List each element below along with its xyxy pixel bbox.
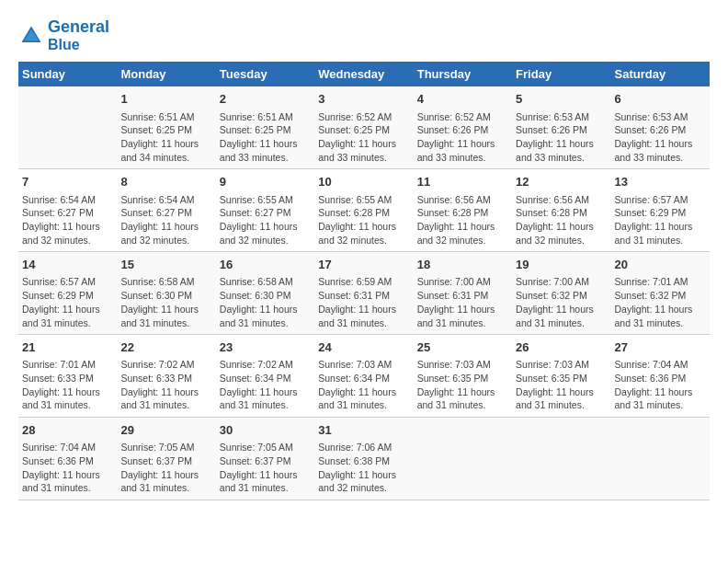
calendar-cell: 23Sunrise: 7:02 AM Sunset: 6:34 PM Dayli… [216, 335, 314, 418]
day-number: 23 [220, 339, 311, 356]
day-info: Sunrise: 6:57 AM Sunset: 6:29 PM Dayligh… [615, 193, 706, 247]
day-info: Sunrise: 6:56 AM Sunset: 6:28 PM Dayligh… [417, 193, 508, 247]
day-info: Sunrise: 7:05 AM Sunset: 6:37 PM Dayligh… [120, 441, 211, 495]
day-info: Sunrise: 7:03 AM Sunset: 6:35 PM Dayligh… [516, 358, 607, 412]
day-info: Sunrise: 6:58 AM Sunset: 6:30 PM Dayligh… [120, 275, 211, 329]
day-info: Sunrise: 7:00 AM Sunset: 6:32 PM Dayligh… [516, 275, 607, 329]
day-number: 7 [22, 174, 113, 190]
header-cell-sunday: Sunday [18, 62, 117, 86]
calendar-cell [512, 418, 610, 500]
calendar-cell: 4Sunrise: 6:52 AM Sunset: 6:26 PM Daylig… [414, 86, 512, 168]
week-row-5: 28Sunrise: 7:04 AM Sunset: 6:36 PM Dayli… [18, 418, 710, 500]
calendar-cell: 9Sunrise: 6:55 AM Sunset: 6:27 PM Daylig… [216, 169, 314, 252]
week-row-2: 7Sunrise: 6:54 AM Sunset: 6:27 PM Daylig… [18, 169, 710, 252]
day-number: 21 [22, 339, 113, 356]
day-info: Sunrise: 7:01 AM Sunset: 6:32 PM Dayligh… [615, 275, 706, 329]
header-cell-saturday: Saturday [611, 62, 710, 86]
calendar-cell: 29Sunrise: 7:05 AM Sunset: 6:37 PM Dayli… [117, 418, 215, 500]
day-info: Sunrise: 6:54 AM Sunset: 6:27 PM Dayligh… [22, 193, 113, 247]
logo: General Blue [18, 18, 109, 52]
week-row-3: 14Sunrise: 6:57 AM Sunset: 6:29 PM Dayli… [18, 252, 710, 335]
calendar-cell: 5Sunrise: 6:53 AM Sunset: 6:26 PM Daylig… [512, 86, 610, 168]
calendar-cell: 21Sunrise: 7:01 AM Sunset: 6:33 PM Dayli… [18, 335, 117, 418]
day-number: 3 [318, 91, 409, 108]
day-info: Sunrise: 6:54 AM Sunset: 6:27 PM Dayligh… [120, 193, 211, 247]
calendar-cell: 27Sunrise: 7:04 AM Sunset: 6:36 PM Dayli… [611, 335, 710, 418]
day-info: Sunrise: 6:58 AM Sunset: 6:30 PM Dayligh… [220, 275, 311, 329]
day-info: Sunrise: 6:57 AM Sunset: 6:29 PM Dayligh… [22, 275, 113, 329]
calendar-cell [18, 86, 117, 168]
calendar-cell: 8Sunrise: 6:54 AM Sunset: 6:27 PM Daylig… [117, 169, 215, 252]
calendar-cell: 2Sunrise: 6:51 AM Sunset: 6:25 PM Daylig… [216, 86, 314, 168]
day-info: Sunrise: 7:03 AM Sunset: 6:35 PM Dayligh… [417, 358, 508, 412]
day-info: Sunrise: 6:53 AM Sunset: 6:26 PM Dayligh… [615, 110, 706, 165]
day-number: 13 [615, 174, 706, 190]
calendar-cell: 11Sunrise: 6:56 AM Sunset: 6:28 PM Dayli… [414, 169, 512, 252]
day-number: 5 [516, 91, 607, 108]
calendar-cell: 14Sunrise: 6:57 AM Sunset: 6:29 PM Dayli… [18, 252, 117, 335]
day-info: Sunrise: 7:02 AM Sunset: 6:34 PM Dayligh… [220, 358, 311, 412]
calendar-cell: 3Sunrise: 6:52 AM Sunset: 6:25 PM Daylig… [314, 86, 413, 168]
header-cell-thursday: Thursday [414, 62, 512, 86]
day-info: Sunrise: 7:03 AM Sunset: 6:34 PM Dayligh… [318, 358, 409, 412]
day-number: 8 [120, 174, 211, 190]
calendar-cell: 30Sunrise: 7:05 AM Sunset: 6:37 PM Dayli… [216, 418, 314, 500]
calendar-cell: 31Sunrise: 7:06 AM Sunset: 6:38 PM Dayli… [314, 418, 413, 500]
calendar-cell: 28Sunrise: 7:04 AM Sunset: 6:36 PM Dayli… [18, 418, 117, 500]
day-number: 20 [615, 257, 706, 273]
week-row-4: 21Sunrise: 7:01 AM Sunset: 6:33 PM Dayli… [18, 335, 710, 418]
day-number: 24 [318, 339, 409, 356]
day-info: Sunrise: 7:02 AM Sunset: 6:33 PM Dayligh… [120, 358, 211, 412]
calendar-cell: 26Sunrise: 7:03 AM Sunset: 6:35 PM Dayli… [512, 335, 610, 418]
day-info: Sunrise: 6:55 AM Sunset: 6:28 PM Dayligh… [318, 193, 409, 247]
day-number: 16 [220, 257, 311, 273]
day-info: Sunrise: 6:52 AM Sunset: 6:26 PM Dayligh… [417, 110, 508, 165]
day-number: 2 [220, 91, 311, 108]
page-header: General Blue [18, 18, 710, 52]
week-row-1: 1Sunrise: 6:51 AM Sunset: 6:25 PM Daylig… [18, 86, 710, 168]
day-number: 29 [120, 422, 211, 439]
calendar-cell [611, 418, 710, 500]
day-number: 11 [417, 174, 508, 190]
day-number: 1 [120, 91, 211, 108]
day-number: 14 [22, 257, 113, 273]
calendar-cell: 13Sunrise: 6:57 AM Sunset: 6:29 PM Dayli… [611, 169, 710, 252]
calendar-cell: 12Sunrise: 6:56 AM Sunset: 6:28 PM Dayli… [512, 169, 610, 252]
day-info: Sunrise: 6:52 AM Sunset: 6:25 PM Dayligh… [318, 110, 409, 165]
day-info: Sunrise: 7:01 AM Sunset: 6:33 PM Dayligh… [22, 358, 113, 412]
calendar-cell: 16Sunrise: 6:58 AM Sunset: 6:30 PM Dayli… [216, 252, 314, 335]
calendar-cell: 20Sunrise: 7:01 AM Sunset: 6:32 PM Dayli… [611, 252, 710, 335]
day-number: 31 [318, 422, 409, 439]
day-number: 19 [516, 257, 607, 273]
calendar-cell: 25Sunrise: 7:03 AM Sunset: 6:35 PM Dayli… [414, 335, 512, 418]
day-info: Sunrise: 7:05 AM Sunset: 6:37 PM Dayligh… [220, 441, 311, 495]
calendar-cell: 10Sunrise: 6:55 AM Sunset: 6:28 PM Dayli… [314, 169, 413, 252]
day-number: 6 [615, 91, 706, 108]
day-info: Sunrise: 6:53 AM Sunset: 6:26 PM Dayligh… [516, 110, 607, 165]
calendar-cell: 24Sunrise: 7:03 AM Sunset: 6:34 PM Dayli… [314, 335, 413, 418]
day-number: 22 [120, 339, 211, 356]
day-info: Sunrise: 6:51 AM Sunset: 6:25 PM Dayligh… [220, 110, 311, 165]
day-number: 30 [220, 422, 311, 439]
day-info: Sunrise: 6:59 AM Sunset: 6:31 PM Dayligh… [318, 275, 409, 329]
day-info: Sunrise: 7:06 AM Sunset: 6:38 PM Dayligh… [318, 441, 409, 495]
day-info: Sunrise: 6:55 AM Sunset: 6:27 PM Dayligh… [220, 193, 311, 247]
day-info: Sunrise: 7:04 AM Sunset: 6:36 PM Dayligh… [615, 358, 706, 412]
day-number: 17 [318, 257, 409, 273]
day-info: Sunrise: 7:04 AM Sunset: 6:36 PM Dayligh… [22, 441, 113, 495]
calendar-cell: 6Sunrise: 6:53 AM Sunset: 6:26 PM Daylig… [611, 86, 710, 168]
day-info: Sunrise: 6:51 AM Sunset: 6:25 PM Dayligh… [120, 110, 211, 165]
day-number: 18 [417, 257, 508, 273]
logo-text: General Blue [48, 18, 109, 52]
day-number: 9 [220, 174, 311, 190]
header-cell-wednesday: Wednesday [314, 62, 413, 86]
day-number: 26 [516, 339, 607, 356]
header-cell-friday: Friday [512, 62, 610, 86]
day-info: Sunrise: 6:56 AM Sunset: 6:28 PM Dayligh… [516, 193, 607, 247]
calendar-cell [414, 418, 512, 500]
day-number: 15 [120, 257, 211, 273]
calendar-cell: 1Sunrise: 6:51 AM Sunset: 6:25 PM Daylig… [117, 86, 215, 168]
calendar-cell: 19Sunrise: 7:00 AM Sunset: 6:32 PM Dayli… [512, 252, 610, 335]
day-number: 4 [417, 91, 508, 108]
day-number: 28 [22, 422, 113, 439]
